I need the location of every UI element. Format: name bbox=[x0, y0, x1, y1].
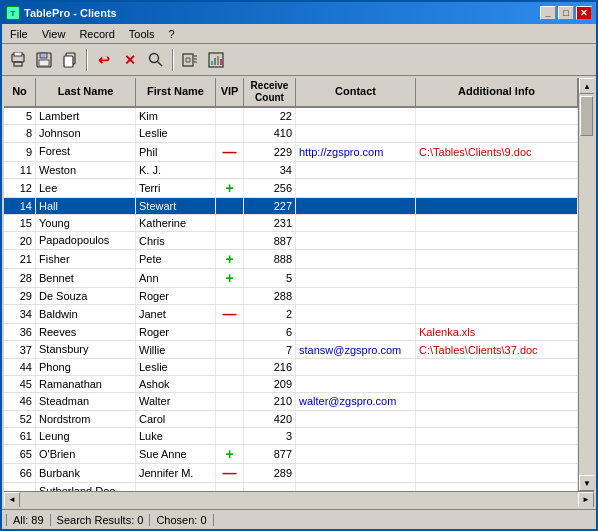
addinfo-link: C:\Tables\Clients\9.doc bbox=[419, 146, 532, 158]
svg-rect-5 bbox=[39, 60, 49, 66]
table-scroll[interactable]: 5LambertKim228JohnsonLeslie4109ForestPhi… bbox=[4, 108, 578, 491]
table-row[interactable]: 61LeungLuke3 bbox=[4, 428, 578, 445]
save-button[interactable] bbox=[32, 48, 56, 72]
table-row[interactable]: 5LambertKim22 bbox=[4, 108, 578, 125]
svg-point-8 bbox=[150, 53, 159, 62]
cell-last-name: Baldwin bbox=[36, 305, 136, 323]
table-row[interactable]: 8JohnsonLeslie410 bbox=[4, 125, 578, 142]
table-row[interactable]: 28BennetAnn+5 bbox=[4, 269, 578, 288]
vip-minus-icon: — bbox=[223, 306, 237, 322]
minimize-button[interactable]: _ bbox=[540, 6, 556, 20]
table-row[interactable]: 20PapadopoulosChris887 bbox=[4, 232, 578, 249]
cell-receive-count: 420 bbox=[244, 411, 296, 427]
main-window: T TablePro - Clients _ □ ✕ File View Rec… bbox=[0, 0, 598, 531]
svg-rect-4 bbox=[40, 53, 47, 58]
cell-vip bbox=[216, 232, 244, 248]
cell-vip bbox=[216, 376, 244, 392]
cell-last-name: Papadopoulos bbox=[36, 232, 136, 248]
undo-button[interactable]: ↩ bbox=[92, 48, 116, 72]
cell-last-name: Sutherland Deo Hangada bbox=[36, 483, 136, 491]
table-row[interactable]: 46SteadmanWalter210walter@zgspro.com bbox=[4, 393, 578, 410]
table-row[interactable]: 21FisherPete+888 bbox=[4, 250, 578, 269]
table-row[interactable]: 52NordstromCarol420 bbox=[4, 411, 578, 428]
table-row[interactable]: 44PhongLeslie216 bbox=[4, 359, 578, 376]
cell-addinfo bbox=[416, 411, 578, 427]
vip-plus-icon: + bbox=[225, 446, 233, 462]
table-row[interactable]: 9ForestPhil—229http://zgspro.comC:\Table… bbox=[4, 143, 578, 162]
cell-receive-count: 5 bbox=[244, 269, 296, 287]
cell-last-name: Lee bbox=[36, 179, 136, 197]
cell-no: 65 bbox=[4, 445, 36, 463]
cell-vip bbox=[216, 428, 244, 444]
table-row[interactable]: 45RamanathanAshok209 bbox=[4, 376, 578, 393]
menu-help[interactable]: ? bbox=[165, 26, 179, 42]
scroll-down-button[interactable]: ▼ bbox=[579, 475, 594, 491]
cell-addinfo bbox=[416, 428, 578, 444]
cell-contact bbox=[296, 464, 416, 482]
cell-addinfo: C:\Tables\Clients\37.doc bbox=[416, 341, 578, 357]
cell-no: 72 bbox=[4, 483, 36, 491]
cell-addinfo bbox=[416, 445, 578, 463]
export1-button[interactable] bbox=[178, 48, 202, 72]
scroll-left-button[interactable]: ◄ bbox=[4, 492, 20, 508]
table-row[interactable]: 34BaldwinJanet—2 bbox=[4, 305, 578, 324]
cell-no: 21 bbox=[4, 250, 36, 268]
delete-button[interactable]: ✕ bbox=[118, 48, 142, 72]
table-row[interactable]: 14HallStewart227 bbox=[4, 198, 578, 215]
cell-addinfo bbox=[416, 232, 578, 248]
find-button[interactable] bbox=[144, 48, 168, 72]
cell-receive-count: 7 bbox=[244, 341, 296, 357]
table-row[interactable]: 37StansburyWillie7stansw@zgspro.comC:\Ta… bbox=[4, 341, 578, 358]
menu-tools[interactable]: Tools bbox=[125, 26, 159, 42]
cell-no: 15 bbox=[4, 215, 36, 231]
horizontal-scrollbar[interactable]: ◄ ► bbox=[4, 491, 594, 507]
menu-file[interactable]: File bbox=[6, 26, 32, 42]
cell-first-name: Ann bbox=[136, 269, 216, 287]
svg-line-9 bbox=[158, 61, 163, 66]
status-all: All: 89 bbox=[6, 514, 51, 526]
table-row[interactable]: 72Sutherland Deo HangadaClaudia bbox=[4, 483, 578, 491]
col-header-addinfo: Additional Info bbox=[416, 78, 578, 106]
table-row[interactable]: 15YoungKatherine231 bbox=[4, 215, 578, 232]
scroll-right-button[interactable]: ► bbox=[578, 492, 594, 508]
export2-button[interactable] bbox=[204, 48, 228, 72]
cell-last-name: Lambert bbox=[36, 108, 136, 124]
print-button[interactable] bbox=[6, 48, 30, 72]
cell-contact bbox=[296, 162, 416, 178]
cell-first-name: Sue Anne bbox=[136, 445, 216, 463]
vertical-scrollbar[interactable]: ▲ ▼ bbox=[578, 78, 594, 491]
cell-last-name: Forest bbox=[36, 143, 136, 161]
cell-first-name: Janet bbox=[136, 305, 216, 323]
maximize-button[interactable]: □ bbox=[558, 6, 574, 20]
table-container: No Last Name First Name VIP ReceiveCount… bbox=[4, 78, 594, 491]
cell-vip: — bbox=[216, 464, 244, 482]
table-row[interactable]: 36ReevesRoger6Kalenka.xls bbox=[4, 324, 578, 341]
cell-first-name: Pete bbox=[136, 250, 216, 268]
cell-receive-count: 289 bbox=[244, 464, 296, 482]
table-row[interactable]: 11WestonK. J.34 bbox=[4, 162, 578, 179]
cell-receive-count: 256 bbox=[244, 179, 296, 197]
close-button[interactable]: ✕ bbox=[576, 6, 592, 20]
cell-contact: stansw@zgspro.com bbox=[296, 341, 416, 357]
cell-addinfo bbox=[416, 305, 578, 323]
cell-first-name: Roger bbox=[136, 288, 216, 304]
cell-contact bbox=[296, 269, 416, 287]
table-row[interactable]: 12LeeTerri+256 bbox=[4, 179, 578, 198]
table-row[interactable]: 65O'BrienSue Anne+877 bbox=[4, 445, 578, 464]
vip-minus-icon: — bbox=[223, 465, 237, 481]
cell-no: 45 bbox=[4, 376, 36, 392]
menu-record[interactable]: Record bbox=[75, 26, 118, 42]
cell-vip bbox=[216, 125, 244, 141]
svg-rect-2 bbox=[14, 52, 22, 56]
table-row[interactable]: 66BurbankJennifer M.—289 bbox=[4, 464, 578, 483]
menu-view[interactable]: View bbox=[38, 26, 70, 42]
cell-receive-count: 6 bbox=[244, 324, 296, 340]
table-row[interactable]: 29De SouzaRoger288 bbox=[4, 288, 578, 305]
scroll-up-button[interactable]: ▲ bbox=[579, 78, 594, 94]
svg-rect-18 bbox=[220, 59, 222, 65]
cell-last-name: Fisher bbox=[36, 250, 136, 268]
cell-addinfo: Kalenka.xls bbox=[416, 324, 578, 340]
copy-button[interactable] bbox=[58, 48, 82, 72]
svg-rect-7 bbox=[64, 56, 73, 67]
cell-last-name: Weston bbox=[36, 162, 136, 178]
